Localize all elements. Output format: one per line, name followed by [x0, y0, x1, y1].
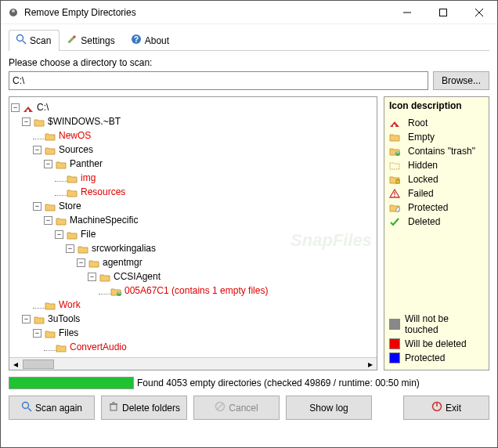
minimize-button[interactable]	[389, 1, 425, 24]
tab-scan[interactable]: Scan	[9, 30, 60, 51]
expander-icon[interactable]: −	[22, 117, 31, 126]
svg-text:?: ?	[134, 35, 139, 44]
folder-icon	[78, 244, 88, 253]
tree-node[interactable]: −Sources	[11, 143, 375, 157]
node-label: CCSIAgent	[114, 269, 161, 284]
prompt-label: Please choose a directory to scan:	[9, 57, 489, 68]
search-icon	[21, 401, 32, 414]
svg-rect-12	[396, 180, 399, 183]
node-label: 3uTools	[48, 312, 80, 326]
node-label: 005A67C1 (contains 1 empty files)	[125, 284, 268, 298]
show-log-button[interactable]: Show log	[286, 396, 372, 420]
tree-node[interactable]: −File	[11, 227, 375, 241]
expander-icon[interactable]: −	[33, 329, 42, 338]
tree-node[interactable]: −agentmgr	[11, 255, 375, 269]
scrollbar-thumb[interactable]	[23, 359, 54, 369]
tree-node[interactable]: −Store	[11, 199, 375, 213]
folder-icon	[67, 229, 78, 239]
maximize-button[interactable]	[425, 1, 461, 24]
node-label: Work	[59, 298, 81, 312]
scroll-right-icon[interactable]: ▸	[364, 359, 377, 370]
tree-node[interactable]: img	[11, 171, 375, 185]
node-label: MachineSpecific	[70, 213, 138, 227]
tree-node[interactable]: −Panther	[11, 157, 375, 171]
legend-row: Failed	[389, 188, 484, 199]
scroll-left-icon[interactable]: ◂	[9, 359, 22, 370]
cancel-button[interactable]: Cancel	[193, 396, 280, 420]
expander-icon[interactable]: −	[44, 216, 52, 225]
tab-about[interactable]: ? About	[124, 30, 178, 51]
tab-label: About	[145, 35, 169, 46]
tree-node[interactable]: NewOS	[11, 128, 375, 143]
progress-bar	[9, 377, 134, 389]
expander-icon[interactable]: −	[66, 244, 74, 253]
expander-icon[interactable]: −	[33, 202, 42, 211]
tree-node[interactable]: ConvertAudio	[11, 340, 375, 354]
directory-tree-panel: −C:\−$WINDOWS.~BTNewOS−Sources−Pantherim…	[9, 96, 377, 370]
root-icon	[23, 103, 34, 112]
trash-icon	[389, 146, 400, 156]
svg-rect-8	[27, 110, 29, 112]
expander-icon[interactable]: −	[33, 146, 42, 154]
svg-line-16	[28, 408, 31, 411]
legend-label: Root	[408, 117, 428, 128]
browse-button[interactable]: Browse...	[433, 71, 489, 90]
legend-row: Root	[389, 117, 484, 128]
legend-row: Deleted	[389, 216, 484, 227]
help-icon: ?	[131, 34, 142, 47]
legend-row: Locked	[389, 174, 484, 185]
delete-folders-button[interactable]: Delete folders	[101, 396, 187, 420]
status-text: Found 4053 empty directories (checked 49…	[137, 378, 489, 388]
expander-icon[interactable]: −	[11, 103, 20, 112]
expander-icon[interactable]: −	[88, 273, 96, 281]
node-label: Store	[59, 199, 81, 213]
folder-icon	[67, 187, 78, 197]
expander-icon[interactable]: −	[77, 258, 85, 267]
folder-icon	[45, 131, 56, 140]
legend-label: Deleted	[408, 216, 440, 227]
node-label: Files	[59, 326, 78, 340]
tree-node[interactable]: Resources	[11, 185, 375, 199]
tree-node[interactable]: −C:\	[11, 100, 375, 114]
folder-icon	[56, 342, 67, 352]
locked-icon	[389, 175, 400, 184]
legend-color-row: Will not be touched	[389, 313, 484, 335]
tree-node[interactable]: −Files	[11, 326, 375, 340]
legend-title: Icon description	[389, 100, 484, 111]
folder-icon	[45, 300, 56, 309]
node-label: File	[81, 227, 96, 241]
window-title: Remove Empty Directories	[24, 7, 389, 18]
horizontal-scrollbar[interactable]: ◂ ▸	[9, 357, 377, 370]
tree-node[interactable]: −MachineSpecific	[11, 213, 375, 227]
legend-label: Locked	[408, 174, 438, 185]
legend-label: Contains "trash"	[408, 146, 475, 157]
node-label: C:\	[37, 100, 49, 114]
folder-icon	[45, 201, 56, 211]
exit-button[interactable]: Exit	[403, 396, 489, 420]
settings-icon	[67, 34, 78, 47]
directory-tree[interactable]: −C:\−$WINDOWS.~BTNewOS−Sources−Pantherim…	[9, 97, 377, 357]
tree-node[interactable]: −3uTools	[11, 312, 375, 326]
folder-icon	[34, 117, 45, 126]
delete-icon	[108, 401, 119, 414]
svg-point-9	[117, 291, 121, 296]
folder-icon	[34, 314, 45, 323]
tree-node[interactable]: 005A67C1 (contains 1 empty files)	[11, 284, 375, 298]
tree-node[interactable]: −srcworkingalias	[11, 241, 375, 255]
tab-settings[interactable]: Settings	[60, 30, 123, 51]
expander-icon[interactable]: −	[55, 230, 63, 239]
expander-icon[interactable]: −	[44, 160, 52, 168]
tree-node[interactable]: Work	[11, 298, 375, 312]
tree-node[interactable]: −CCSIAgent	[11, 269, 375, 284]
search-icon	[16, 34, 27, 47]
legend-label: Protected	[408, 202, 448, 213]
legend-row: Protected	[389, 202, 484, 213]
tree-node[interactable]: −$WINDOWS.~BT	[11, 114, 375, 128]
close-button[interactable]	[461, 1, 497, 24]
scan-again-button[interactable]: Scan again	[9, 396, 95, 420]
path-input[interactable]	[9, 71, 428, 90]
node-label: agentmgr	[103, 255, 143, 269]
deleted-icon	[389, 217, 400, 226]
expander-icon[interactable]: −	[22, 315, 31, 323]
legend-row: Contains "trash"	[389, 146, 484, 157]
